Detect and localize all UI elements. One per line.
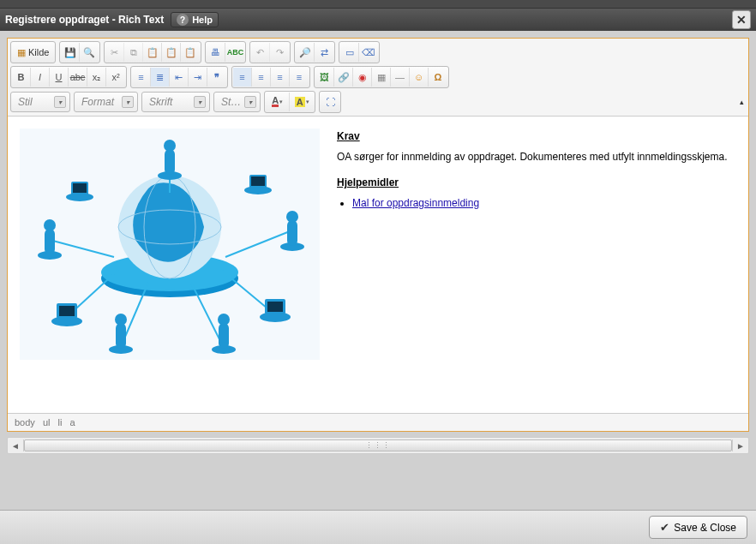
save-close-label: Save & Close bbox=[674, 522, 736, 534]
horizontal-scrollbar[interactable]: ◄ ⋮⋮⋮ ► bbox=[7, 437, 749, 454]
element-path-bar: body ul li a bbox=[8, 413, 748, 431]
format-dropdown[interactable]: Format ▾ bbox=[74, 92, 138, 112]
scroll-track[interactable]: ⋮⋮⋮ bbox=[23, 439, 733, 451]
link-icon: 🔗 bbox=[338, 72, 350, 83]
save-icon: 💾 bbox=[64, 47, 76, 58]
network-globe-illustration bbox=[20, 129, 320, 360]
size-dropdown-label: St… bbox=[221, 96, 241, 108]
svg-rect-26 bbox=[219, 323, 229, 349]
paste-text-button[interactable]: 📋 bbox=[162, 43, 181, 62]
align-center-icon: ≡ bbox=[258, 72, 263, 82]
italic-button[interactable]: I bbox=[31, 68, 50, 87]
tb-group-find: 🔎 ⇄ bbox=[294, 41, 335, 63]
scroll-thumb[interactable]: ⋮⋮⋮ bbox=[24, 439, 732, 451]
body-area: ▦ Kilde 💾 🔍 ✂ ⧉ 📋 📋 📋 🖶 ABC bbox=[0, 31, 756, 510]
find-button[interactable]: 🔎 bbox=[296, 43, 315, 62]
help-label: Help bbox=[192, 15, 213, 25]
save-close-button[interactable]: ✔ Save & Close bbox=[649, 516, 747, 539]
tb-group-doc: 💾 🔍 bbox=[59, 41, 100, 63]
bullet-list-button[interactable]: ≣ bbox=[151, 68, 170, 87]
align-left-button[interactable]: ≡ bbox=[233, 68, 252, 87]
font-dropdown[interactable]: Skrift ▾ bbox=[141, 92, 210, 112]
subscript-icon: x₂ bbox=[93, 72, 101, 83]
paste-button[interactable]: 📋 bbox=[143, 43, 162, 62]
redo-icon: ↷ bbox=[276, 47, 284, 58]
numbered-list-button[interactable]: ≡ bbox=[132, 68, 151, 87]
save-button[interactable]: 💾 bbox=[61, 43, 80, 62]
replace-button[interactable]: ⇄ bbox=[315, 43, 333, 62]
selectall-button[interactable]: ▭ bbox=[340, 43, 359, 62]
align-justify-button[interactable]: ≡ bbox=[290, 68, 309, 87]
tb-group-list: ≡ ≣ ⇤ ⇥ ❞ bbox=[130, 66, 228, 88]
svg-point-15 bbox=[164, 140, 176, 152]
align-right-button[interactable]: ≡ bbox=[271, 68, 290, 87]
specialchar-icon: Ω bbox=[435, 72, 442, 82]
path-li[interactable]: li bbox=[58, 417, 63, 427]
collapse-toolbar-button[interactable]: ▴ bbox=[738, 96, 746, 108]
format-dropdown-label: Format bbox=[81, 96, 114, 108]
print-button[interactable]: 🖶 bbox=[207, 43, 225, 62]
paste-word-button[interactable]: 📋 bbox=[181, 43, 200, 62]
preview-button[interactable]: 🔍 bbox=[80, 43, 99, 62]
footer-bar: ✔ Save & Close bbox=[0, 510, 756, 544]
table-button[interactable]: ▦ bbox=[372, 68, 391, 87]
check-icon: ✔ bbox=[660, 521, 669, 534]
partial-top-bar bbox=[0, 0, 756, 9]
chevron-down-icon: ▾ bbox=[54, 96, 66, 108]
text-color-button[interactable]: A▾ bbox=[266, 93, 290, 111]
underline-button[interactable]: U bbox=[50, 68, 69, 87]
align-center-button[interactable]: ≡ bbox=[252, 68, 271, 87]
editor-content[interactable]: Krav OA sørger for innmelding av oppdrag… bbox=[8, 117, 748, 413]
scroll-left-arrow[interactable]: ◄ bbox=[8, 441, 23, 451]
cut-button[interactable]: ✂ bbox=[105, 43, 124, 62]
bg-color-button[interactable]: A▾ bbox=[290, 93, 314, 111]
svg-point-21 bbox=[286, 211, 298, 223]
smiley-button[interactable]: ☺ bbox=[410, 68, 429, 87]
path-body[interactable]: body bbox=[15, 417, 35, 427]
template-link[interactable]: Mal for oppdragsinnmelding bbox=[352, 197, 479, 209]
svg-point-18 bbox=[44, 219, 56, 231]
hr-button[interactable]: ― bbox=[391, 68, 410, 87]
redo-button[interactable]: ↷ bbox=[270, 43, 289, 62]
specialchar-button[interactable]: Ω bbox=[429, 68, 447, 87]
superscript-icon: x² bbox=[111, 72, 119, 82]
tb-group-source: ▦ Kilde bbox=[10, 41, 56, 63]
chevron-down-icon: ▾ bbox=[194, 96, 206, 108]
flash-icon: ◉ bbox=[358, 72, 367, 83]
help-button[interactable]: ? Help bbox=[171, 12, 219, 27]
subscript-button[interactable]: x₂ bbox=[87, 68, 106, 87]
svg-rect-23 bbox=[116, 323, 126, 349]
outdent-button[interactable]: ⇤ bbox=[170, 68, 189, 87]
toolbar: ▦ Kilde 💾 🔍 ✂ ⧉ 📋 📋 📋 🖶 ABC bbox=[8, 39, 748, 117]
doc-layout: Krav OA sørger for innmelding av oppdrag… bbox=[20, 129, 736, 360]
svg-point-24 bbox=[115, 314, 127, 326]
copy-icon: ⧉ bbox=[130, 47, 137, 58]
content-image[interactable] bbox=[20, 129, 320, 360]
blockquote-button[interactable]: ❞ bbox=[207, 68, 226, 87]
maximize-button[interactable]: ⛶ bbox=[321, 93, 339, 111]
strike-button[interactable]: abc bbox=[69, 68, 87, 87]
source-button[interactable]: ▦ Kilde bbox=[12, 43, 54, 62]
copy-button[interactable]: ⧉ bbox=[124, 43, 143, 62]
superscript-button[interactable]: x² bbox=[106, 68, 125, 87]
flash-button[interactable]: ◉ bbox=[353, 68, 372, 87]
scroll-right-arrow[interactable]: ► bbox=[733, 441, 748, 451]
image-button[interactable]: 🖼 bbox=[315, 68, 334, 87]
close-button[interactable]: ✕ bbox=[732, 10, 751, 29]
bg-color-icon: A bbox=[295, 97, 305, 107]
size-dropdown[interactable]: St… ▾ bbox=[213, 92, 261, 112]
undo-button[interactable]: ↶ bbox=[251, 43, 270, 62]
removeformat-button[interactable]: ⌫ bbox=[359, 43, 378, 62]
link-button[interactable]: 🔗 bbox=[334, 68, 353, 87]
text-color-icon: A bbox=[272, 97, 279, 107]
find-icon: 🔎 bbox=[299, 47, 311, 58]
path-a[interactable]: a bbox=[70, 417, 75, 427]
indent-button[interactable]: ⇥ bbox=[189, 68, 207, 87]
path-ul[interactable]: ul bbox=[43, 417, 51, 427]
style-dropdown[interactable]: Stil ▾ bbox=[10, 92, 70, 112]
bold-icon: B bbox=[18, 72, 25, 82]
toolbar-row-1: ▦ Kilde 💾 🔍 ✂ ⧉ 📋 📋 📋 🖶 ABC bbox=[10, 41, 746, 63]
spellcheck-button[interactable]: ABC bbox=[225, 43, 244, 62]
bold-button[interactable]: B bbox=[12, 68, 31, 87]
scroll-grip-icon: ⋮⋮⋮ bbox=[365, 441, 391, 450]
